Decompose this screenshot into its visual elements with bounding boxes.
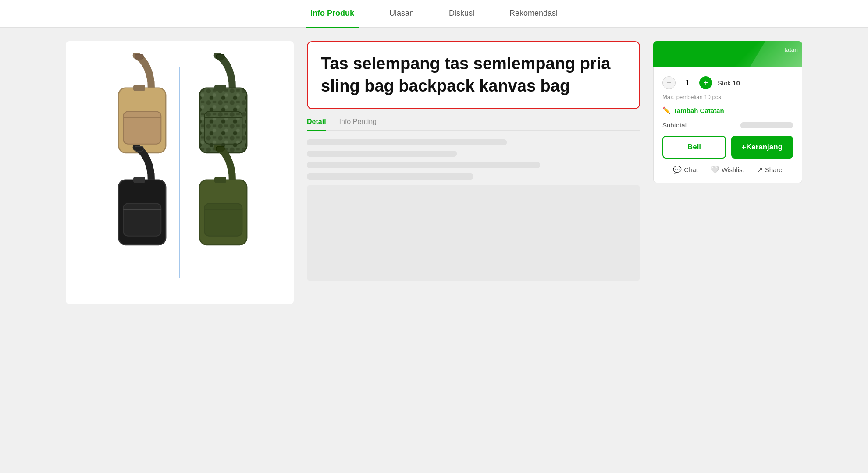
- share-icon: ↗: [757, 166, 763, 174]
- skeleton-line-3: [307, 162, 540, 168]
- tab-info-produk[interactable]: Info Produk: [306, 0, 359, 28]
- purchase-section: tatan − 1 + Stok 10 Max. pembelian 10 pc…: [653, 41, 802, 304]
- svg-rect-27: [214, 177, 226, 183]
- bottom-actions: 💬 Chat 🤍 Wishlist ↗ Share: [662, 166, 793, 174]
- green-banner: tatan: [653, 41, 802, 67]
- wishlist-icon: 🤍: [711, 166, 719, 174]
- chat-icon: 💬: [673, 166, 682, 174]
- svg-rect-25: [204, 203, 242, 236]
- subtotal-label: Subtotal: [662, 121, 687, 129]
- svg-rect-19: [123, 203, 161, 236]
- tab-info-penting[interactable]: Info Penting: [339, 118, 377, 131]
- stock-text: Stok 10: [718, 79, 740, 87]
- product-info-section: Tas selempang tas semlempang pria sling …: [307, 41, 640, 304]
- beli-button[interactable]: Beli: [662, 136, 726, 159]
- svg-rect-5: [135, 54, 143, 59]
- quantity-decrease-button[interactable]: −: [662, 76, 676, 89]
- tab-rekomendasi[interactable]: Rekomendasi: [505, 0, 562, 28]
- svg-rect-21: [133, 177, 145, 183]
- chat-label: Chat: [684, 166, 698, 173]
- tab-ulasan[interactable]: Ulasan: [385, 0, 418, 28]
- svg-rect-13: [204, 111, 242, 144]
- svg-rect-16: [216, 54, 224, 59]
- subtotal-value-skeleton: [740, 122, 793, 128]
- keranjang-button[interactable]: +Keranjang: [731, 136, 793, 159]
- bag-olive: [182, 175, 259, 262]
- chat-button[interactable]: 💬 Chat: [673, 166, 698, 174]
- svg-rect-15: [214, 85, 226, 91]
- detail-tabs: Detail Info Penting: [307, 118, 640, 131]
- bag-image-grid: [101, 83, 259, 262]
- pencil-icon: ✏️: [662, 106, 671, 114]
- skeleton-line-4: [307, 173, 473, 180]
- bag-black: [101, 175, 178, 262]
- divider-2: [751, 166, 751, 174]
- image-divider: [179, 67, 180, 278]
- purchase-card: − 1 + Stok 10 Max. pembelian 10 pcs ✏️ T…: [653, 67, 802, 183]
- add-note-label: Tambah Catatan: [673, 107, 724, 114]
- add-note-button[interactable]: ✏️ Tambah Catatan: [662, 106, 793, 114]
- wishlist-button[interactable]: 🤍 Wishlist: [711, 166, 744, 174]
- share-label: Share: [765, 166, 783, 173]
- catatan-label: tatan: [784, 46, 798, 53]
- subtotal-row: Subtotal: [662, 121, 793, 129]
- svg-rect-22: [135, 146, 143, 151]
- product-tabs: Info Produk Ulasan Diskusi Rekomendasi: [0, 0, 868, 28]
- skeleton-content-block: [307, 185, 640, 281]
- divider-1: [704, 166, 704, 174]
- quantity-value: 1: [681, 78, 694, 88]
- svg-rect-2: [123, 111, 161, 144]
- svg-rect-28: [216, 146, 224, 151]
- tab-diskusi[interactable]: Diskusi: [445, 0, 479, 28]
- svg-rect-4: [133, 85, 145, 91]
- product-title-box: Tas selempang tas semlempang pria sling …: [307, 41, 640, 109]
- quantity-increase-button[interactable]: +: [699, 76, 712, 89]
- main-content: Tas selempang tas semlempang pria sling …: [0, 28, 868, 317]
- product-title: Tas selempang tas semlempang pria sling …: [321, 53, 626, 98]
- action-buttons: Beli +Keranjang: [662, 136, 793, 159]
- wishlist-label: Wishlist: [722, 166, 744, 173]
- product-image-section: [66, 41, 294, 304]
- skeleton-line-2: [307, 151, 457, 157]
- max-purchase-text: Max. pembelian 10 pcs: [662, 94, 793, 100]
- share-button[interactable]: ↗ Share: [757, 166, 783, 174]
- tab-detail[interactable]: Detail: [307, 118, 326, 131]
- quantity-row: − 1 + Stok 10: [662, 76, 793, 89]
- skeleton-line-1: [307, 139, 507, 145]
